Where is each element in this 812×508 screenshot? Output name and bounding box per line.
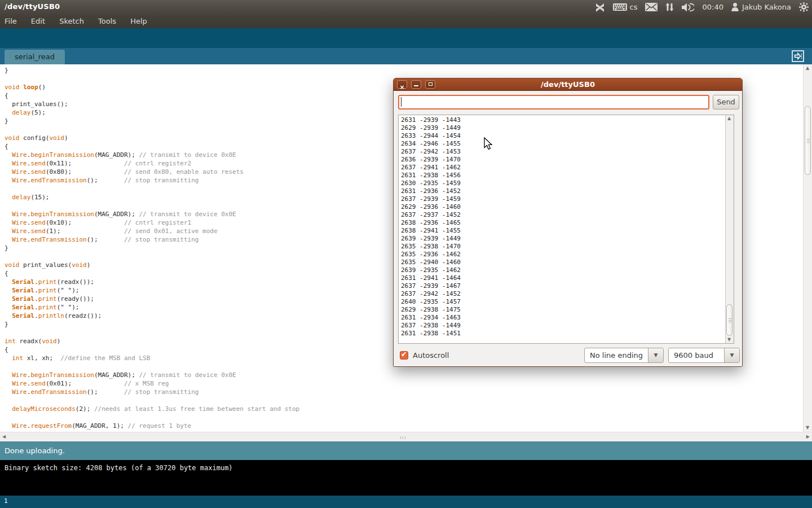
code-line: Wire.send(1); // send 0x01, active mode <box>5 227 299 235</box>
serial-scrollbar[interactable]: ▲ ▼ <box>725 115 734 343</box>
serial-scroll-up-icon[interactable]: ▲ <box>727 116 731 121</box>
serial-line: 2637 -2939 -1459 <box>401 195 461 203</box>
arrow-in-box-icon <box>792 54 804 64</box>
code-line: Wire.endTransmission(); // stop transmit… <box>5 176 299 185</box>
baud-rate-dropdown[interactable]: 9600 baud ▼ <box>668 348 740 363</box>
code-line: Wire.send(0x11); // cntrl register2 <box>5 159 299 168</box>
dropdown-arrow-button[interactable]: ▼ <box>648 348 663 362</box>
code-line <box>5 396 299 405</box>
menu-tools[interactable]: Tools <box>98 14 116 28</box>
code-text: } void loop(){ print_values(); delay(5);… <box>5 66 299 430</box>
scroll-up-arrow-icon[interactable]: ▲ <box>806 66 809 71</box>
serial-window-titlebar[interactable]: × /dev/ttyUSB0 <box>394 78 742 91</box>
menu-file[interactable]: File <box>5 14 17 28</box>
menu-edit[interactable]: Edit <box>31 14 45 28</box>
scrollbar-grip <box>807 141 810 141</box>
line-number-indicator: 1 <box>4 497 8 505</box>
scroll-down-arrow-icon[interactable]: ▼ <box>806 426 809 430</box>
code-line: void config(void) <box>5 134 299 142</box>
checkmark-icon: ✔ <box>401 350 407 358</box>
code-line <box>5 252 299 261</box>
code-line: int readx(void) <box>5 337 299 345</box>
serial-line: 2637 -2938 -1449 <box>401 322 461 330</box>
clock[interactable]: 00:40 <box>702 3 723 11</box>
serial-input[interactable] <box>398 95 709 110</box>
network-arrows-icon[interactable] <box>665 3 674 11</box>
serial-line: 2631 -2938 -1456 <box>401 172 461 179</box>
editor-vertical-scrollbar[interactable]: ▲ ▼ <box>803 64 812 432</box>
scroll-left-arrow-icon[interactable]: ◀ <box>2 435 6 439</box>
serial-line: 2629 -2939 -1449 <box>401 124 461 132</box>
serial-monitor-toggle-button[interactable] <box>792 50 804 62</box>
editor-scrollbar-thumb[interactable] <box>805 106 811 175</box>
build-console: Binary sketch size: 4208 bytes (of a 307… <box>0 460 812 496</box>
serial-output-area[interactable]: 2631 -2939 -14432629 -2939 -14492633 -29… <box>398 115 734 344</box>
code-line: Wire.endTransmission(); // stop transmit… <box>5 388 299 396</box>
code-line: Serial.print(ready()); <box>5 295 299 303</box>
code-line: delayMicroseconds(2); //needs at least 1… <box>5 405 299 413</box>
serial-line: 2631 -2938 -1451 <box>401 330 461 338</box>
text-caret <box>401 97 401 107</box>
user-icon <box>731 3 739 11</box>
menu-bar: File Edit Sketch Tools Help <box>0 14 812 28</box>
code-line <box>5 329 299 337</box>
ide-toolbar <box>0 28 812 48</box>
code-line: Wire.requestFrom(MAG_ADDR, 1); // reques… <box>5 422 299 430</box>
code-line: Wire.endTransmission(); // stop transmit… <box>5 235 299 244</box>
editor-horizontal-scrollbar[interactable]: ◀ ▶ <box>0 432 812 441</box>
code-line: Wire.send(0x80); // send 0x80, enable au… <box>5 168 299 176</box>
code-line: Wire.beginTransmission(MAG_ADDR); // tra… <box>5 210 299 218</box>
tab-serial-read[interactable]: serial_read <box>5 50 65 64</box>
mail-icon[interactable] <box>645 3 657 11</box>
console-text: Binary sketch size: 4208 bytes (of a 307… <box>5 464 233 472</box>
dropbox-icon[interactable] <box>595 2 605 12</box>
serial-scrollbar-thumb[interactable] <box>726 304 732 336</box>
line-ending-dropdown[interactable]: No line ending ▼ <box>584 348 664 363</box>
keyboard-layout-indicator[interactable]: cs <box>613 3 638 11</box>
code-line: Wire.send(0x10); // cntrl register1 <box>5 218 299 227</box>
code-line: Wire.send(0x01); // x MSB reg <box>5 379 299 388</box>
menu-help[interactable]: Help <box>130 14 147 28</box>
code-line: Wire.beginTransmission(MAG_ADDR); // tra… <box>5 371 299 379</box>
code-line <box>5 75 299 83</box>
code-line: { <box>5 142 299 151</box>
serial-line: 2631 -2936 -1452 <box>401 187 461 195</box>
scroll-right-arrow-icon[interactable]: ▶ <box>806 435 810 439</box>
serial-line: 2637 -2937 -1452 <box>401 211 461 219</box>
code-line: Serial.print(" "); <box>5 303 299 312</box>
volume-icon[interactable] <box>682 3 694 12</box>
user-menu[interactable]: Jakub Kakona <box>731 3 791 11</box>
code-line <box>5 185 299 193</box>
panel-title-row: /dev/ttyUSB0 cs <box>0 0 812 14</box>
serial-line: 2640 -2935 -1457 <box>401 298 461 306</box>
code-line: { <box>5 91 299 100</box>
serial-line: 2639 -2935 -1462 <box>401 266 461 274</box>
code-line: { <box>5 345 299 354</box>
autoscroll-checkbox[interactable]: ✔ <box>400 351 408 360</box>
tab-label: serial_read <box>15 52 55 61</box>
code-line: int xl, xh; //define the MSB and LSB <box>5 354 299 362</box>
code-line <box>5 125 299 134</box>
code-line <box>5 202 299 210</box>
serial-line: 2638 -2936 -1465 <box>401 219 461 227</box>
status-message: Done uploading. <box>5 446 65 455</box>
code-line: } <box>5 244 299 252</box>
desktop-panel: /dev/ttyUSB0 cs <box>0 0 812 28</box>
scrollbar-grip <box>729 320 731 321</box>
footer-bar: 1 <box>0 496 812 508</box>
serial-line: 2637 -2942 -1452 <box>401 290 461 298</box>
system-tray: cs 00:40 Jakub Kakona <box>595 0 809 14</box>
send-button[interactable]: Send <box>713 95 739 110</box>
session-gear-icon[interactable] <box>799 2 809 12</box>
code-line: print_values(); <box>5 100 299 108</box>
line-ending-value: No line ending <box>590 351 643 360</box>
serial-line: 2630 -2935 -1459 <box>401 179 461 187</box>
menu-sketch[interactable]: Sketch <box>59 14 84 28</box>
username: Jakub Kakona <box>742 3 791 11</box>
tab-bar: serial_read <box>0 48 812 64</box>
serial-line: 2629 -2936 -1460 <box>401 203 461 211</box>
code-line: delay(5); <box>5 108 299 117</box>
dropdown-arrow-button[interactable]: ▼ <box>724 348 739 362</box>
serial-scroll-down-icon[interactable]: ▼ <box>727 338 731 342</box>
code-line: delay(15); <box>5 193 299 202</box>
